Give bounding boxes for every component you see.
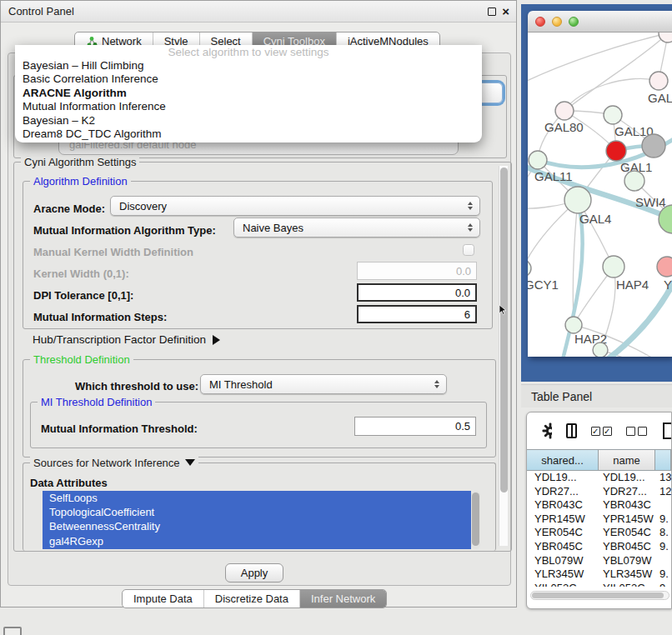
close-traffic-light-icon[interactable] — [535, 17, 545, 27]
column-header-partial[interactable] — [655, 449, 671, 471]
table-cell[interactable]: YER054C — [599, 526, 655, 540]
network-node[interactable] — [642, 134, 665, 158]
zoom-traffic-light-icon[interactable] — [569, 17, 579, 27]
tab-infer-network[interactable]: Infer Network — [299, 590, 386, 608]
table-row[interactable]: YDL19...YDL19...13 — [527, 471, 671, 485]
network-node[interactable] — [659, 32, 672, 42]
table-row[interactable]: YPR145WYPR145W9. — [527, 512, 671, 527]
table-hscrollbar-thumb[interactable] — [532, 592, 664, 598]
column-header-name[interactable]: name — [599, 449, 655, 471]
dropdown-item[interactable]: Basic Correlation Inference — [15, 72, 482, 86]
list-scrollbar-thumb[interactable] — [472, 492, 479, 546]
table-cell[interactable]: YDR27... — [599, 485, 655, 499]
dropdown-item[interactable]: Bayesian – K2 — [15, 114, 482, 128]
table-cell[interactable]: YER054C — [527, 526, 599, 540]
mi-type-combobox[interactable]: Naive Bayes — [233, 218, 480, 238]
table-cell[interactable]: YBL079W — [599, 554, 655, 568]
network-node[interactable] — [564, 187, 591, 213]
select-all-checkboxes-icon[interactable]: ✓✓ — [591, 427, 612, 436]
table-cell[interactable] — [655, 554, 671, 568]
network-node[interactable] — [604, 106, 622, 124]
network-node[interactable] — [593, 342, 608, 357]
sources-group-title[interactable]: Sources for Network Inference — [30, 457, 198, 469]
network-window-titlebar[interactable] — [528, 11, 672, 32]
table-rows[interactable]: YDL19...YDL19...13YDR27...YDR27...12YBR0… — [527, 471, 671, 587]
deselect-all-checkboxes-icon[interactable] — [626, 427, 647, 436]
table-cell[interactable]: 9 — [655, 582, 671, 587]
combo-stepper-icon — [468, 202, 473, 210]
float-window-icon[interactable] — [488, 8, 496, 16]
data-attributes-list[interactable]: SelfLoops TopologicalCoefficient Between… — [43, 491, 471, 549]
network-node[interactable] — [659, 205, 672, 233]
table-cell[interactable]: YBR045C — [527, 540, 599, 554]
network-node[interactable] — [565, 317, 582, 333]
which-threshold-combobox[interactable]: MI Threshold — [200, 374, 447, 394]
table-cell[interactable]: YDR27... — [527, 485, 599, 499]
table-row[interactable]: YER054CYER054C8. — [527, 526, 671, 540]
network-node[interactable] — [657, 257, 672, 277]
table-row[interactable]: YBL079WYBL079W — [527, 554, 671, 568]
table-cell[interactable]: YBL079W — [527, 554, 599, 568]
dropdown-item[interactable]: Mutual Information Inference — [15, 100, 482, 113]
tab-discretize-data[interactable]: Discretize Data — [203, 590, 299, 608]
list-scrollbar[interactable] — [471, 491, 480, 549]
table-row[interactable]: YIL053CYIL053C9 — [527, 582, 671, 587]
table-hscrollbar[interactable] — [530, 591, 669, 600]
table-cell[interactable]: YBR043C — [527, 498, 599, 512]
table-cell[interactable]: 9. — [655, 512, 671, 527]
table-cell[interactable]: 8. — [655, 526, 671, 540]
network-canvas[interactable]: GALGAL80GAL10GAL1GAL11SWI4GAL4GCY1HAP4YH… — [528, 32, 672, 357]
dpi-tolerance-field[interactable]: 0.0 — [357, 283, 477, 302]
network-node[interactable] — [529, 151, 547, 169]
network-node[interactable] — [603, 256, 624, 278]
aracne-mode-combobox[interactable]: Discovery — [110, 196, 480, 216]
split-columns-icon[interactable] — [566, 423, 577, 438]
table-cell[interactable]: YLR345W — [599, 568, 655, 582]
table-row[interactable]: YBR045CYBR045C9. — [527, 540, 671, 554]
table-row[interactable]: YLR345WYLR345W9. — [527, 568, 671, 582]
settings-scrollbar-thumb[interactable] — [500, 168, 508, 492]
tab-impute-data[interactable]: Impute Data — [123, 590, 203, 608]
table-cell[interactable]: YPR145W — [527, 512, 599, 527]
column-header-shared-name[interactable]: shared... — [527, 449, 599, 471]
table-cell[interactable]: 12 — [655, 485, 671, 499]
network-node[interactable] — [624, 171, 644, 191]
list-item[interactable]: SelfLoops — [43, 491, 471, 505]
table-cell[interactable]: YIL053C — [527, 582, 599, 587]
network-node[interactable] — [555, 102, 574, 120]
apply-button[interactable]: Apply — [225, 563, 283, 582]
list-item[interactable]: gal4RGexp — [43, 534, 471, 548]
table-row[interactable]: YDR27...YDR27...12 — [527, 485, 671, 499]
minimize-traffic-light-icon[interactable] — [552, 17, 562, 27]
dropdown-item[interactable]: Bayesian – Hill Climbing — [15, 59, 482, 72]
export-table-icon[interactable] — [661, 422, 671, 440]
network-node[interactable] — [649, 72, 668, 90]
table-cell[interactable] — [655, 498, 671, 512]
mi-steps-field[interactable]: 6 — [357, 305, 477, 323]
list-item[interactable]: TopologicalCoefficient — [43, 505, 471, 519]
gear-icon[interactable] — [542, 422, 552, 439]
list-item[interactable]: BetweennessCentrality — [43, 519, 471, 533]
hub-definition-toggle[interactable]: Hub/Transcription Factor Definition — [33, 333, 220, 346]
table-cell[interactable]: YDL19... — [599, 471, 655, 485]
table-cell[interactable]: YBR045C — [599, 540, 655, 554]
close-icon[interactable]: × — [502, 8, 509, 16]
floating-panel-icon[interactable] — [3, 627, 22, 635]
table-cell[interactable]: 9. — [655, 540, 671, 554]
network-node[interactable] — [528, 260, 531, 277]
table-row[interactable]: YBR043CYBR043C — [527, 498, 671, 512]
mi-threshold-field[interactable]: 0.5 — [354, 417, 476, 436]
manual-kernel-checkbox[interactable] — [463, 244, 474, 256]
table-cell[interactable]: YBR043C — [599, 498, 655, 512]
table-cell[interactable]: YPR145W — [599, 512, 655, 527]
dropdown-item[interactable]: Dream8 DC_TDC Algorithm — [15, 128, 482, 141]
dropdown-item-selected[interactable]: ARACNE Algorithm — [15, 87, 482, 100]
table-cell[interactable]: YLR345W — [527, 568, 599, 582]
settings-scrollbar[interactable] — [499, 166, 508, 546]
kernel-width-field[interactable]: 0.0 — [357, 262, 477, 280]
network-node[interactable] — [606, 141, 626, 161]
table-cell[interactable]: 13 — [655, 471, 671, 485]
table-cell[interactable]: YIL053C — [599, 582, 655, 587]
table-cell[interactable]: YDL19... — [527, 471, 599, 485]
table-cell[interactable]: 9. — [655, 568, 671, 582]
